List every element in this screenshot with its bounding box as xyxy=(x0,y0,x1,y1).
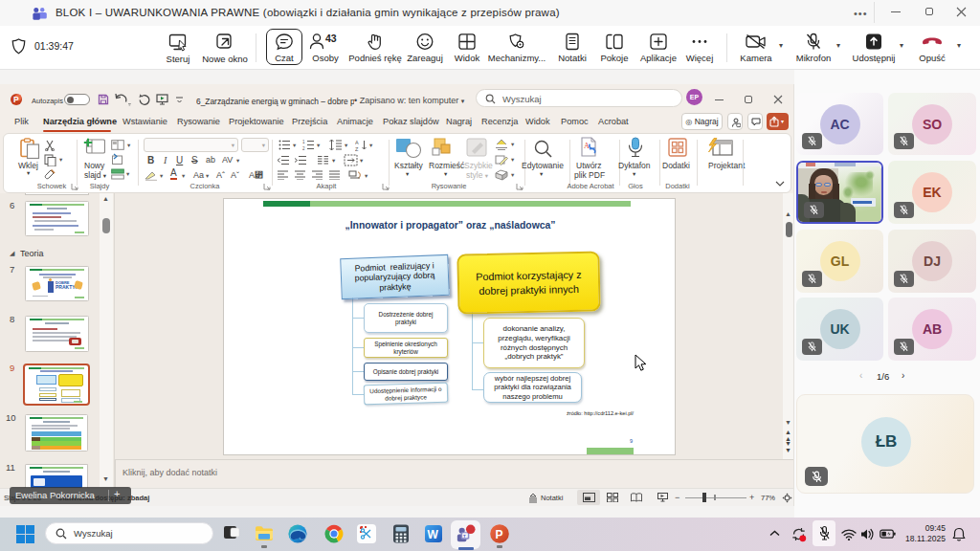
svg-text:2: 2 xyxy=(302,146,305,150)
svg-text:A: A xyxy=(355,140,359,145)
svg-text:Z: Z xyxy=(355,146,359,151)
svg-text:1: 1 xyxy=(302,140,305,144)
svg-text:P: P xyxy=(13,95,19,104)
svg-text:W: W xyxy=(428,528,439,541)
svg-text:T: T xyxy=(463,534,466,539)
svg-text:43: 43 xyxy=(325,33,337,44)
svg-text:P: P xyxy=(496,528,503,541)
